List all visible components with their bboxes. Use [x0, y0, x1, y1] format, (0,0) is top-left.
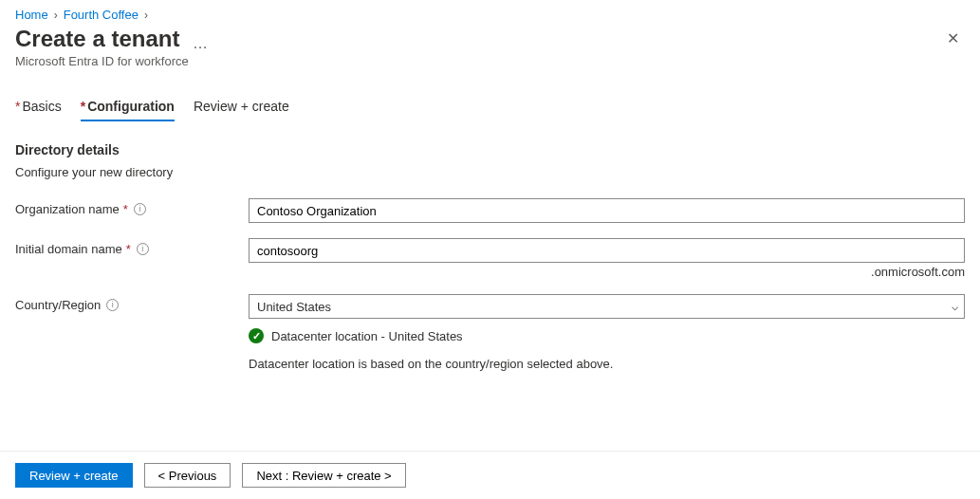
- breadcrumb-home[interactable]: Home: [15, 8, 48, 22]
- org-name-label: Organization name: [15, 202, 120, 216]
- tab-strip: *Basics *Configuration Review + create: [15, 95, 965, 121]
- required-indicator: *: [123, 202, 128, 216]
- check-circle-icon: ✓: [249, 328, 264, 343]
- chevron-down-icon: ⌵: [952, 300, 958, 313]
- tab-basics[interactable]: *Basics: [15, 95, 62, 121]
- tab-configuration[interactable]: *Configuration: [81, 95, 175, 121]
- section-description: Configure your new directory: [15, 165, 965, 179]
- tab-label: Basics: [22, 99, 61, 114]
- required-indicator: *: [81, 99, 85, 114]
- more-actions-button[interactable]: …: [193, 35, 208, 52]
- datacenter-location: Datacenter location - United States: [271, 329, 463, 343]
- breadcrumb-current[interactable]: Fourth Coffee: [64, 8, 139, 22]
- country-region-value: United States: [257, 300, 331, 314]
- country-region-select[interactable]: United States ⌵: [249, 294, 965, 319]
- org-name-input[interactable]: [249, 198, 965, 223]
- chevron-right-icon: ›: [144, 9, 148, 22]
- info-icon[interactable]: i: [134, 203, 146, 215]
- tab-label: Configuration: [87, 99, 175, 114]
- chevron-right-icon: ›: [54, 9, 58, 22]
- tab-review-create[interactable]: Review + create: [194, 95, 289, 121]
- required-indicator: *: [126, 242, 131, 256]
- section-title: Directory details: [15, 142, 965, 157]
- country-region-label: Country/Region: [15, 298, 101, 312]
- close-icon[interactable]: ✕: [941, 26, 965, 52]
- next-button[interactable]: Next : Review + create >: [242, 463, 405, 488]
- page-title: Create a tenant: [15, 26, 179, 52]
- previous-button[interactable]: < Previous: [144, 463, 231, 488]
- datacenter-note: Datacenter location is based on the coun…: [249, 357, 965, 371]
- domain-suffix: .onmicrosoft.com: [249, 265, 965, 279]
- page-subtitle: Microsoft Entra ID for workforce: [15, 54, 208, 68]
- tab-label: Review + create: [194, 99, 289, 114]
- domain-name-input[interactable]: [249, 238, 965, 263]
- info-icon[interactable]: i: [137, 243, 149, 255]
- required-indicator: *: [15, 99, 20, 114]
- domain-name-label: Initial domain name: [15, 242, 122, 256]
- review-create-button[interactable]: Review + create: [15, 463, 133, 488]
- footer-bar: Review + create < Previous Next : Review…: [0, 451, 980, 499]
- breadcrumb: Home › Fourth Coffee ›: [15, 8, 965, 22]
- info-icon[interactable]: i: [106, 299, 119, 311]
